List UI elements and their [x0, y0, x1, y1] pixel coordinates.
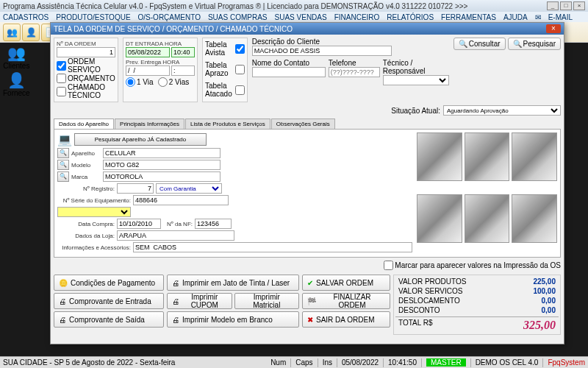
chk-marcar-impressao[interactable]: [384, 261, 393, 270]
menu-vendas[interactable]: SUAS VENDAS: [275, 13, 327, 21]
menu-email[interactable]: E-MAIL: [548, 13, 573, 21]
minimize-button[interactable]: _: [547, 1, 559, 10]
check-icon: ✔: [307, 279, 313, 287]
chk-ordem-servico[interactable]: [57, 61, 66, 71]
device-photo[interactable]: [512, 194, 557, 243]
chk-orcamento[interactable]: [57, 74, 66, 83]
sidebar: 👥 Clientes 👤 Fornece: [3, 44, 30, 97]
sair-ordem-button[interactable]: ✖SAIR DA ORDEM: [302, 311, 390, 328]
radio-2vias[interactable]: [158, 77, 168, 87]
chk-chamado[interactable]: [57, 87, 66, 96]
situacao-select[interactable]: Aguardando Aprovação: [443, 105, 561, 116]
close-button[interactable]: ×: [573, 1, 585, 10]
status-user: MASTER: [426, 358, 466, 367]
cond-pagamento-button[interactable]: 🪙Condições de Pagamento: [54, 275, 164, 291]
salvar-ordem-button[interactable]: ✔SALVAR ORDEM: [302, 275, 390, 291]
app-title: Programa Assistência Técnica Celular v4.…: [3, 2, 467, 10]
chk-aprazo[interactable]: [235, 65, 245, 74]
statusbar: SUA CIDADE - SP 5 de Agosto de 2022 - Se…: [0, 356, 588, 368]
serie-input[interactable]: [133, 195, 229, 205]
info-input[interactable]: [133, 242, 412, 252]
toolbar-button[interactable]: 👥: [3, 24, 21, 41]
tab-obs[interactable]: Observações Gerais: [271, 118, 335, 129]
loja-input[interactable]: [117, 230, 234, 241]
extra-select[interactable]: [57, 207, 131, 217]
flag-icon: 🏁: [307, 297, 316, 305]
device-photo[interactable]: [465, 194, 510, 243]
search-aparelho-button[interactable]: Pesquisar Aparelho JÁ Cadastrado: [74, 133, 207, 146]
coin-icon: 🪙: [59, 279, 68, 287]
tecnico-select[interactable]: [383, 75, 449, 85]
menu-relatorios[interactable]: RELATÓRIOS: [387, 13, 434, 21]
printer-icon: 🖨: [172, 316, 179, 324]
menu-ajuda[interactable]: AJUDA: [503, 13, 528, 21]
menu-compras[interactable]: SUAS COMPRAS: [208, 13, 268, 21]
imprimir-matricial-button[interactable]: Imprimir Matricial: [234, 293, 300, 309]
printer-icon: 🖨: [172, 279, 179, 287]
menubar: CADASTROS PRODUTO/ESTOQUE O/S-ORÇAMENTO …: [0, 12, 588, 22]
tab-produtos[interactable]: Lista de Produtos e Serviços: [185, 118, 270, 129]
valor-produtos: 225,00: [533, 277, 556, 286]
hora-input[interactable]: [171, 47, 195, 57]
maximize-button[interactable]: □: [560, 1, 572, 10]
modelo-input[interactable]: [103, 160, 220, 170]
menu-cadastros[interactable]: CADASTROS: [3, 13, 49, 21]
tabs: Dados do Aparelho Principais Informações…: [54, 118, 561, 130]
dialog-close-button[interactable]: ×: [546, 24, 561, 33]
device-photo[interactable]: [465, 132, 510, 181]
imprimir-modelo-button[interactable]: 🖨Imprimir Modelo em Branco: [167, 311, 299, 328]
lookup-modelo-button[interactable]: 🔍: [57, 160, 69, 170]
aparelho-input[interactable]: [103, 148, 220, 158]
valor-desconto: 0,00: [542, 306, 556, 314]
menu-financeiro[interactable]: FINANCEIRO: [334, 13, 380, 21]
status-brand: FpqSystem: [548, 358, 585, 367]
nf-input[interactable]: [195, 219, 232, 229]
telefone-input[interactable]: [329, 67, 380, 77]
menu-ferramentas[interactable]: FERRAMENTAS: [441, 13, 496, 21]
cliente-input[interactable]: [252, 46, 392, 56]
comprovante-saida-button[interactable]: 🖨Comprovante de Saída: [54, 311, 164, 328]
prev-hora-input[interactable]: [171, 66, 195, 76]
registro-input[interactable]: [117, 183, 154, 194]
printer-icon: 🖨: [59, 316, 66, 324]
envelope-icon: ✉: [535, 13, 541, 21]
toolbar-button[interactable]: 👤: [22, 24, 40, 41]
status-location: SUA CIDADE - SP 5 de Agosto de 2022 - Se…: [3, 358, 175, 367]
sidebar-item-fornece[interactable]: 👤 Fornece: [3, 71, 30, 97]
order-no-input[interactable]: [57, 47, 115, 57]
dialog-title: TELA DA ORDEM DE SERVIÇO / ORÇAMENTO / C…: [54, 25, 293, 33]
imprimir-cupom-button[interactable]: 🖨Imprimir CUPOM: [167, 293, 232, 309]
menu-produto[interactable]: PRODUTO/ESTOQUE: [56, 13, 130, 21]
tab-dados-aparelho[interactable]: Dados do Aparelho: [54, 118, 114, 129]
data-compra-input[interactable]: [117, 219, 161, 229]
contato-input[interactable]: [252, 67, 326, 77]
sidebar-item-clientes[interactable]: 👥 Clientes: [3, 44, 30, 70]
situacao-label: Situação Atual:: [391, 107, 440, 115]
consultar-button[interactable]: 🔍Consultar: [453, 38, 506, 50]
status-time: 10:41:50: [388, 358, 417, 367]
order-no-label: Nº DA ORDEM: [57, 40, 115, 47]
device-photo[interactable]: [417, 194, 462, 243]
finalizar-ordem-button[interactable]: 🏁FINALIZAR ORDEM: [302, 293, 390, 309]
pesquisar-button[interactable]: 🔍Pesquisar: [508, 38, 561, 50]
radio-1via[interactable]: [126, 77, 135, 87]
marca-input[interactable]: [103, 171, 220, 182]
menu-os[interactable]: O/S-ORÇAMENTO: [138, 13, 201, 21]
status-db: DEMO OS CEL 4.0: [476, 358, 539, 367]
chk-avista[interactable]: [235, 44, 245, 54]
chk-atacado[interactable]: [235, 85, 245, 95]
imprimir-jato-button[interactable]: 🖨Imprimir em Jato de Tinta / Laser: [167, 275, 299, 291]
tab-info[interactable]: Principais Informações: [115, 118, 184, 129]
garantia-select[interactable]: Com Garantia: [156, 183, 222, 194]
order-dialog: TELA DA ORDEM DE SERVIÇO / ORÇAMENTO / C…: [50, 22, 564, 344]
lookup-aparelho-button[interactable]: 🔍: [57, 148, 69, 158]
dt-entrada-input[interactable]: [126, 47, 170, 57]
lookup-marca-button[interactable]: 🔍: [57, 171, 69, 182]
exit-icon: ✖: [307, 316, 313, 324]
tab-content: 💻Pesquisar Aparelho JÁ Cadastrado 🔍Apare…: [54, 130, 561, 258]
device-photo[interactable]: [512, 132, 557, 181]
comprovante-entrada-button[interactable]: 🖨Comprovante de Entrada: [54, 293, 164, 309]
prev-date-input[interactable]: [126, 66, 170, 76]
device-photo[interactable]: [417, 132, 462, 181]
valor-servicos: 100,00: [533, 287, 556, 295]
